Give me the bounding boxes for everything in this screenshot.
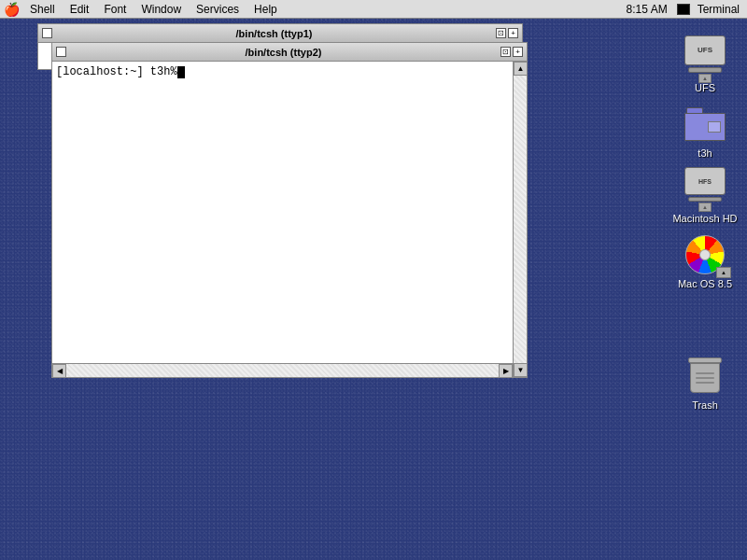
hd-image: HFS ▲ (681, 168, 729, 211)
trash-line-2 (696, 377, 714, 379)
window-title-1: /bin/tcsh (ttyp1) (56, 28, 492, 39)
menubar: 🍎 Shell Edit Font Window Services Help 8… (0, 0, 747, 19)
close-box-2[interactable] (56, 47, 66, 57)
terminal-cursor (177, 66, 185, 78)
hfs-slot (688, 197, 722, 202)
cd-badge: ▲ (716, 267, 731, 278)
ufs-drive-icon[interactable]: ▲ UFS (668, 37, 742, 93)
window-content-2[interactable]: [localhost:~] t3h% (52, 62, 527, 368)
ufs-label: UFS (695, 82, 715, 93)
scroll-right-arrow[interactable]: ▶ (499, 364, 513, 378)
trash-label: Trash (692, 399, 718, 411)
macos85-label: Mac OS 8.5 (678, 278, 732, 289)
terminal-prompt: [localhost:~] t3h% (56, 65, 177, 78)
folder-shape (684, 107, 726, 141)
titlebar-1: /bin/tcsh (ttyp1) ⊡ + (38, 24, 522, 43)
zoom-btn-2b[interactable]: + (513, 47, 523, 57)
resize-btns-2: ⊡ + (500, 47, 523, 57)
scroll-track[interactable] (514, 76, 527, 363)
zoom-btn-1a[interactable]: ⊡ (496, 28, 506, 38)
macintosh-hd-icon[interactable]: HFS ▲ Macintosh HD (668, 168, 742, 224)
zoom-btn-1b[interactable]: + (508, 28, 518, 38)
resize-btns-1: ⊡ + (496, 28, 518, 38)
windows-area: /bin/tcsh (ttyp1) ⊡ + /bin/tcsh (ttyp2) … (0, 19, 663, 560)
menu-edit[interactable]: Edit (63, 0, 97, 19)
ufs-body (684, 35, 726, 65)
window-title-2: /bin/tcsh (ttyp2) (70, 47, 497, 58)
t3h-label: t3h (698, 147, 712, 159)
ufs-slot (688, 67, 722, 73)
t3h-folder-icon[interactable]: t3h (668, 103, 742, 159)
trash-image (681, 355, 729, 398)
ufs-drive-image: ▲ (681, 37, 729, 80)
trash-line-1 (696, 372, 714, 374)
menu-shell[interactable]: Shell (22, 0, 63, 19)
macos85-icon[interactable]: ▲ Mac OS 8.5 (668, 233, 742, 289)
app-name: Terminal (698, 3, 740, 16)
macintosh-hd-label: Macintosh HD (672, 213, 737, 224)
scroll-h-track[interactable] (66, 364, 499, 377)
apple-menu[interactable]: 🍎 (0, 0, 22, 19)
close-box-1[interactable] (42, 28, 52, 38)
t3h-folder-image (681, 103, 729, 146)
titlebar-2: /bin/tcsh (ttyp2) ⊡ + (52, 43, 527, 62)
hfs-badge: ▲ (698, 203, 712, 212)
trash-line-3 (696, 382, 714, 384)
cd-image: ▲ (681, 233, 729, 276)
trash-shape (688, 357, 722, 395)
menu-font[interactable]: Font (96, 0, 134, 19)
ufs-badge: ▲ (698, 74, 712, 83)
folder-inner (708, 121, 721, 133)
menu-services[interactable]: Services (189, 0, 247, 19)
clock: 8:15 AM (627, 3, 668, 16)
hfs-body: HFS (684, 167, 726, 195)
hfs-container: HFS ▲ (684, 167, 726, 212)
folder-body (684, 113, 726, 141)
menu-help[interactable]: Help (247, 0, 285, 19)
horizontal-scrollbar[interactable]: ◀ ▶ (52, 363, 513, 377)
menu-window[interactable]: Window (134, 0, 189, 19)
scroll-down-arrow[interactable]: ▼ (514, 363, 528, 377)
terminal-app-icon (677, 4, 690, 15)
trash-body (690, 363, 720, 393)
desktop-icons: ▲ UFS t3h HFS ▲ Macintosh HD (663, 28, 747, 411)
terminal-window-2[interactable]: /bin/tcsh (ttyp2) ⊡ + [localhost:~] t3h%… (51, 42, 528, 378)
trash-icon[interactable]: Trash (668, 355, 742, 411)
vertical-scrollbar[interactable]: ▲ ▼ (513, 62, 527, 377)
menu-right-area: 8:15 AM Terminal (627, 3, 747, 16)
scroll-up-arrow[interactable]: ▲ (514, 62, 528, 76)
zoom-btn-2a[interactable]: ⊡ (500, 47, 511, 57)
scroll-left-arrow[interactable]: ◀ (52, 364, 66, 378)
